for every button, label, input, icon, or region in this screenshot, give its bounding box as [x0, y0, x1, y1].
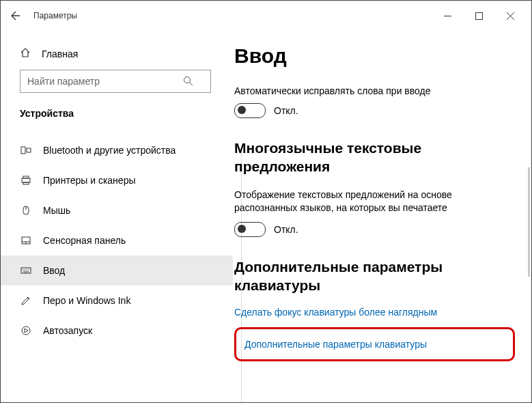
sidebar-item-label: Bluetooth и другие устройства [43, 145, 176, 156]
main-content: Ввод Автоматически исправлять слова при … [233, 31, 531, 402]
autoplay-icon [20, 325, 32, 336]
minimize-button[interactable] [432, 5, 463, 27]
home-icon [20, 47, 32, 60]
sidebar-item-typing[interactable]: Ввод [1, 255, 233, 286]
maximize-button[interactable] [463, 5, 494, 27]
search-box[interactable] [20, 70, 221, 93]
close-button[interactable] [494, 5, 526, 27]
mouse-icon [20, 205, 32, 216]
sidebar-item-autoplay[interactable]: Автозапуск [20, 316, 221, 346]
home-label: Главная [42, 48, 78, 59]
sidebar-item-touchpad[interactable]: Сенсорная панель [20, 225, 221, 255]
sidebar-item-bluetooth[interactable]: Bluetooth и другие устройства [20, 135, 221, 165]
sidebar-item-label: Мышь [43, 205, 70, 216]
window-title: Параметры [33, 11, 77, 20]
link-advanced-keyboard[interactable]: Дополнительные параметры клавиатуры [244, 339, 505, 350]
keyboard-icon [20, 265, 32, 276]
sidebar-item-label: Перо и Windows Ink [43, 295, 130, 306]
multilang-toggle[interactable]: Откл. [234, 222, 515, 237]
toggle-switch[interactable] [234, 222, 266, 237]
titlebar: Параметры [1, 1, 531, 31]
svg-rect-3 [27, 148, 31, 152]
sidebar-item-pen[interactable]: Перо и Windows Ink [20, 286, 221, 316]
sidebar-item-label: Принтеры и сканеры [43, 175, 135, 186]
svg-point-1 [184, 77, 191, 83]
toggle-state: Откл. [274, 224, 298, 235]
touchpad-icon [20, 235, 32, 246]
autocorrect-toggle[interactable]: Откл. [234, 103, 515, 118]
sidebar-item-label: Автозапуск [43, 325, 92, 336]
toggle-state: Откл. [274, 105, 298, 116]
sidebar-item-mouse[interactable]: Мышь [20, 195, 221, 225]
toggle-knob [238, 225, 246, 233]
svg-rect-2 [21, 147, 25, 154]
toggle-switch[interactable] [234, 103, 266, 118]
printer-icon [20, 175, 32, 186]
svg-point-10 [22, 326, 30, 335]
close-icon [507, 12, 514, 20]
svg-rect-5 [23, 176, 29, 178]
svg-rect-9 [21, 268, 31, 273]
scrollbar[interactable] [528, 167, 530, 277]
bluetooth-icon [20, 145, 32, 156]
category-heading: Устройства [20, 108, 221, 119]
page-title: Ввод [234, 44, 515, 68]
settings-window: Параметры Главная Устройства Bluetooth и… [0, 0, 532, 403]
sidebar-item-label: Ввод [43, 265, 65, 276]
arrow-left-icon [10, 10, 21, 21]
search-input[interactable] [20, 70, 211, 93]
pen-icon [20, 295, 32, 306]
search-icon [183, 76, 193, 89]
multilang-desc: Отображение текстовых предложений на осн… [234, 189, 515, 215]
home-link[interactable]: Главная [20, 47, 221, 60]
autocorrect-label: Автоматически исправлять слова при вводе [234, 85, 515, 96]
back-button[interactable] [6, 6, 25, 25]
annotation-highlight: Дополнительные параметры клавиатуры [234, 327, 515, 361]
svg-rect-4 [22, 178, 30, 182]
minimize-icon [444, 12, 451, 20]
sidebar-item-printers[interactable]: Принтеры и сканеры [20, 165, 221, 195]
sidebar: Главная Устройства Bluetooth и другие ус… [1, 31, 233, 402]
link-keyboard-focus[interactable]: Сделать фокус клавиатуры более наглядным [234, 307, 515, 318]
maximize-icon [475, 12, 483, 20]
svg-rect-6 [23, 182, 29, 184]
sidebar-item-label: Сенсорная панель [43, 235, 126, 246]
toggle-knob [238, 106, 246, 114]
extra-heading: Дополнительные параметры клавиатуры [234, 258, 515, 295]
multilang-heading: Многоязычные текстовые предложения [234, 139, 515, 176]
svg-rect-0 [475, 12, 482, 19]
nav-list: Bluetooth и другие устройства Принтеры и… [20, 135, 221, 346]
